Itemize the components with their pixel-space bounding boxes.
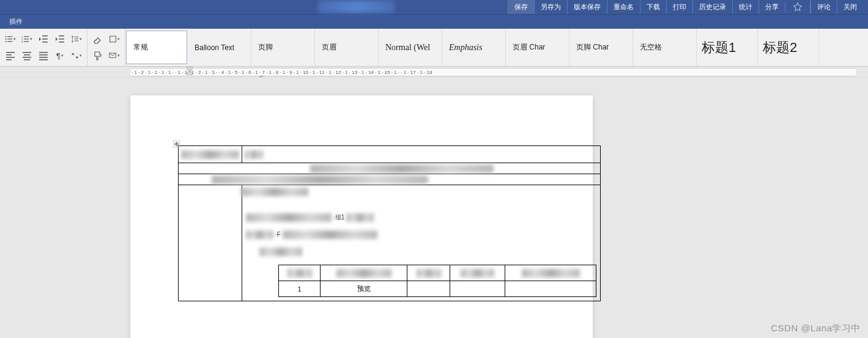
title-blur bbox=[318, 1, 395, 13]
style-balloon-text[interactable]: Balloon Text bbox=[188, 29, 251, 66]
style-gallery: 常规 Balloon Text 页脚 页眉 Normal (Wel Emphas… bbox=[125, 29, 819, 66]
svg-rect-23 bbox=[6, 54, 12, 56]
second-bar: 插件 bbox=[0, 14, 868, 29]
style-heading1[interactable]: 标题1 bbox=[697, 29, 758, 66]
svg-rect-31 bbox=[39, 54, 48, 56]
inner-table[interactable]: 1 预览 bbox=[278, 265, 596, 297]
svg-rect-24 bbox=[6, 57, 15, 58]
fragment-text: ·现1 bbox=[333, 214, 344, 221]
svg-rect-29 bbox=[24, 59, 30, 61]
align-center-icon[interactable] bbox=[21, 50, 32, 61]
svg-rect-11 bbox=[24, 41, 29, 42]
svg-rect-5 bbox=[7, 41, 12, 42]
svg-rect-1 bbox=[7, 36, 12, 37]
style-header-char[interactable]: 页眉 Char bbox=[506, 29, 569, 66]
style-normal[interactable]: 常规 bbox=[126, 31, 187, 64]
decrease-indent-icon[interactable] bbox=[38, 34, 49, 45]
page-content: ✥ bbox=[178, 145, 542, 301]
svg-rect-32 bbox=[39, 57, 48, 58]
cell-preview[interactable]: 预览 bbox=[321, 281, 407, 297]
bullet-list-icon[interactable] bbox=[5, 34, 16, 45]
svg-point-2 bbox=[6, 39, 7, 40]
format-painter-icon[interactable] bbox=[92, 50, 103, 61]
numbered-list-icon[interactable]: 123 bbox=[21, 34, 32, 45]
svg-rect-16 bbox=[59, 39, 64, 40]
style-no-spacing[interactable]: 无空格 bbox=[633, 29, 697, 66]
svg-rect-21 bbox=[75, 40, 79, 41]
history-button[interactable]: 历史记录 bbox=[692, 0, 732, 14]
table-row[interactable] bbox=[179, 146, 601, 163]
svg-point-0 bbox=[6, 36, 7, 37]
top-menu-bar: 保存 另存为 版本保存 重命名 下载 打印 历史记录 统计 分享 评论 关闭 bbox=[0, 0, 868, 14]
style-heading2[interactable]: 标题2 bbox=[758, 29, 819, 66]
share-button[interactable]: 分享 bbox=[759, 0, 785, 14]
align-left-icon[interactable] bbox=[5, 50, 16, 61]
svg-rect-20 bbox=[75, 39, 79, 39]
line-spacing-icon[interactable] bbox=[71, 34, 82, 45]
svg-point-4 bbox=[6, 41, 7, 42]
comments-button[interactable]: 评论 bbox=[811, 0, 837, 14]
svg-rect-26 bbox=[23, 52, 31, 53]
table-row[interactable]: 1 预览 bbox=[279, 281, 596, 297]
stats-button[interactable]: 统计 bbox=[732, 0, 759, 14]
format-clear-group bbox=[87, 29, 125, 66]
document-canvas[interactable]: ✥ bbox=[0, 78, 868, 338]
increase-indent-icon[interactable] bbox=[54, 34, 65, 45]
svg-rect-3 bbox=[7, 39, 12, 39]
main-table[interactable]: ·现1 ·F bbox=[178, 145, 601, 301]
svg-rect-14 bbox=[42, 42, 48, 43]
svg-rect-19 bbox=[75, 37, 79, 37]
svg-rect-30 bbox=[39, 52, 48, 53]
table-row[interactable] bbox=[179, 163, 601, 174]
shading-icon[interactable] bbox=[109, 34, 120, 45]
favorite-star-icon[interactable] bbox=[785, 2, 811, 13]
ribbon-toolbar: 123 ¶ 常规 Balloon Text 页脚 页眉 Normal (Wel … bbox=[0, 29, 868, 67]
paragraph-mark-icon[interactable]: ¶ bbox=[54, 50, 65, 61]
close-button[interactable]: 关闭 bbox=[837, 0, 863, 14]
plugin-tab[interactable]: 插件 bbox=[4, 16, 28, 28]
svg-rect-28 bbox=[23, 57, 31, 58]
download-button[interactable]: 下载 bbox=[640, 0, 666, 14]
svg-rect-12 bbox=[42, 35, 48, 37]
document-page[interactable]: ✥ bbox=[130, 95, 593, 338]
svg-rect-22 bbox=[6, 52, 15, 53]
style-normal-wel[interactable]: Normal (Wel bbox=[379, 29, 442, 66]
svg-rect-13 bbox=[42, 39, 48, 40]
svg-rect-33 bbox=[39, 59, 48, 61]
svg-text:3: 3 bbox=[21, 40, 23, 43]
align-justify-icon[interactable] bbox=[38, 50, 49, 61]
svg-rect-9 bbox=[24, 39, 29, 39]
watermark-text: CSDN @Lana学习中 bbox=[771, 323, 861, 334]
svg-rect-17 bbox=[59, 42, 64, 43]
svg-rect-7 bbox=[24, 36, 29, 37]
fragment-text: ·F bbox=[275, 231, 281, 238]
save-as-button[interactable]: 另存为 bbox=[534, 0, 567, 14]
table-row[interactable] bbox=[279, 265, 596, 281]
ruler-ticks: · 1 · 2 · 1 · 1 · 1 · 1 · · 1 · 1 · 1 · … bbox=[132, 70, 432, 75]
table-move-handle-icon[interactable]: ✥ bbox=[173, 141, 180, 147]
style-header[interactable]: 页眉 bbox=[315, 29, 379, 66]
cell-number[interactable]: 1 bbox=[279, 281, 321, 297]
print-button[interactable]: 打印 bbox=[666, 0, 692, 14]
svg-rect-15 bbox=[59, 35, 64, 37]
style-footer-char[interactable]: 页脚 Char bbox=[569, 29, 633, 66]
sort-icon[interactable] bbox=[71, 50, 82, 61]
svg-rect-25 bbox=[6, 59, 12, 61]
list-indent-group: 123 ¶ bbox=[0, 29, 87, 66]
save-button[interactable]: 保存 bbox=[508, 0, 534, 14]
indent-marker-icon[interactable] bbox=[187, 67, 193, 78]
svg-rect-34 bbox=[110, 36, 116, 42]
version-save-button[interactable]: 版本保存 bbox=[567, 0, 607, 14]
eraser-icon[interactable] bbox=[92, 34, 103, 45]
horizontal-ruler[interactable]: · 1 · 2 · 1 · 1 · 1 · 1 · · 1 · 1 · 1 · … bbox=[0, 67, 868, 78]
svg-rect-27 bbox=[24, 54, 30, 56]
style-footer[interactable]: 页脚 bbox=[251, 29, 315, 66]
table-row[interactable]: ·现1 ·F bbox=[179, 185, 601, 301]
rename-button[interactable]: 重命名 bbox=[607, 0, 640, 14]
style-emphasis[interactable]: Emphasis bbox=[442, 29, 506, 66]
envelope-icon[interactable] bbox=[109, 50, 120, 61]
table-row[interactable] bbox=[179, 174, 601, 185]
svg-rect-18 bbox=[72, 37, 73, 42]
